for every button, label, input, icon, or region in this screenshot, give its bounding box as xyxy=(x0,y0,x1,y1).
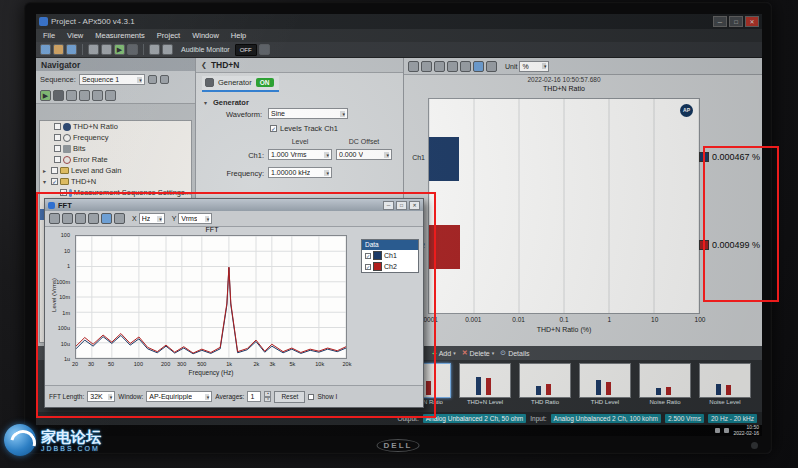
cursors-icon[interactable] xyxy=(434,61,445,72)
show-checkbox[interactable] xyxy=(308,394,314,400)
fft-window[interactable]: FFT ─ □ ✕ X Hz▾ Y Vrm xyxy=(44,198,424,408)
fft-length-select[interactable]: 32K▾ xyxy=(87,391,115,402)
legend-row-ch1[interactable]: ✓ Ch1 xyxy=(362,250,418,261)
tree-item[interactable]: ✓ Measurement Sequence Settings... xyxy=(40,187,191,198)
checkbox[interactable] xyxy=(54,123,61,130)
stop-icon[interactable] xyxy=(127,44,138,55)
ch2-visible-checkbox[interactable]: ✓ xyxy=(365,264,371,270)
details-button[interactable]: ⊙ Details xyxy=(500,349,529,357)
grid-icon[interactable] xyxy=(421,61,432,72)
menu-project[interactable]: Project xyxy=(157,31,180,40)
window-function-select[interactable]: AP-Equiripple▾ xyxy=(146,391,212,402)
dc-offset-select[interactable]: 0.000 V▾ xyxy=(336,149,392,160)
graph-settings-icon[interactable] xyxy=(486,61,497,72)
loop-icon[interactable] xyxy=(66,90,77,101)
speaker-icon[interactable] xyxy=(259,44,270,55)
tree-item-label[interactable]: THD+N xyxy=(71,177,96,186)
checkbox[interactable]: ✓ xyxy=(60,189,67,196)
sequence-settings-icon[interactable] xyxy=(148,75,157,84)
levels-track-checkbox[interactable]: ✓ xyxy=(270,125,277,132)
thumb-noise-level[interactable]: Noise Level xyxy=(696,362,754,410)
levels-track-row[interactable]: ✓ Levels Track Ch1 xyxy=(270,124,338,133)
thdn-bar-chart[interactable]: AP xyxy=(428,98,700,314)
output-config-badge[interactable]: Analog Unbalanced 2 Ch, 50 ohm xyxy=(423,414,527,423)
menu-help[interactable]: Help xyxy=(231,31,246,40)
bandwidth-badge[interactable]: 20 Hz - 20 kHz xyxy=(708,414,757,423)
copy-icon[interactable] xyxy=(88,44,99,55)
tree-item[interactable]: THD+N Ratio xyxy=(40,121,191,132)
menu-view[interactable]: View xyxy=(67,31,83,40)
tray-icon[interactable] xyxy=(715,428,720,433)
y-unit-select[interactable]: Vrms▾ xyxy=(178,213,212,224)
stop-icon[interactable] xyxy=(53,90,64,101)
collapse-all-icon[interactable] xyxy=(105,90,116,101)
tree-item-label[interactable]: Frequency xyxy=(73,133,108,142)
tree-item-label[interactable]: Bits xyxy=(73,144,86,153)
fft-minimize-button[interactable]: ─ xyxy=(383,201,394,210)
tree-item-label[interactable]: Level and Gain xyxy=(71,166,121,175)
taskbar-clock[interactable]: 10:50 2022-02-16 xyxy=(733,425,759,436)
checkbox[interactable] xyxy=(54,145,61,152)
export-graph-icon[interactable] xyxy=(473,61,484,72)
thumb-thdn-level[interactable]: THD+N Level xyxy=(456,362,514,410)
reset-button[interactable]: Reset xyxy=(274,391,305,403)
fft-titlebar[interactable]: FFT ─ □ ✕ xyxy=(45,199,423,211)
frequency-select[interactable]: 1.00000 kHz▾ xyxy=(268,167,332,178)
thumb-thd-level[interactable]: THD Level xyxy=(576,362,634,410)
save-icon[interactable] xyxy=(66,44,77,55)
axes-icon[interactable] xyxy=(101,213,112,224)
run-sequence-icon[interactable]: ▶ xyxy=(114,44,125,55)
sequence-select[interactable]: Sequence 1▾ xyxy=(79,74,145,85)
meter-icon[interactable] xyxy=(162,44,173,55)
cursors-icon[interactable] xyxy=(75,213,86,224)
checkbox[interactable] xyxy=(54,134,61,141)
fft-plot[interactable] xyxy=(75,235,347,359)
copy-icon[interactable] xyxy=(49,213,60,224)
close-button[interactable]: ✕ xyxy=(745,16,759,27)
thumb-noise-ratio[interactable]: Noise Ratio xyxy=(636,362,694,410)
tree-item-label[interactable]: Error Rate xyxy=(73,155,108,164)
collapse-arrow-icon[interactable]: ▾ xyxy=(43,178,49,185)
generator-on-badge[interactable]: ON xyxy=(256,78,274,87)
x-unit-select[interactable]: Hz▾ xyxy=(139,213,165,224)
expand-all-icon[interactable] xyxy=(92,90,103,101)
play-icon[interactable]: ▶ xyxy=(40,90,51,101)
averages-stepper[interactable]: ▴▾ xyxy=(264,391,271,402)
new-project-icon[interactable] xyxy=(40,44,51,55)
fft-close-button[interactable]: ✕ xyxy=(409,201,420,210)
waveform-select[interactable]: Sine▾ xyxy=(268,108,348,119)
tree-item-label[interactable]: Measurement Sequence Settings... xyxy=(74,188,191,197)
pan-icon[interactable] xyxy=(460,61,471,72)
menu-file[interactable]: File xyxy=(43,31,55,40)
max-level-badge[interactable]: 2.500 Vrms xyxy=(665,414,704,423)
tray-icon[interactable] xyxy=(724,428,729,433)
section-collapse-icon[interactable]: ▾ xyxy=(204,99,210,106)
open-project-icon[interactable] xyxy=(53,44,64,55)
fft-maximize-button[interactable]: □ xyxy=(396,201,407,210)
graph-icon[interactable] xyxy=(149,44,160,55)
generator-toggle[interactable]: Generator ON xyxy=(202,76,279,92)
copy-graph-icon[interactable] xyxy=(408,61,419,72)
tree-item[interactable]: Bits xyxy=(40,143,191,154)
input-config-badge[interactable]: Analog Unbalanced 2 Ch, 100 kohm xyxy=(551,414,661,423)
menu-window[interactable]: Window xyxy=(192,31,219,40)
paste-icon[interactable] xyxy=(101,44,112,55)
export-icon[interactable] xyxy=(114,213,125,224)
unit-select[interactable]: %▾ xyxy=(519,61,549,72)
delete-button[interactable]: ✕ Delete ▾ xyxy=(462,349,495,357)
tree-item[interactable]: ▾ ✓ THD+N xyxy=(40,176,191,187)
legend-row-ch2[interactable]: ✓ Ch2 xyxy=(362,261,418,272)
zoom-icon[interactable] xyxy=(447,61,458,72)
tree-item-label[interactable]: THD+N Ratio xyxy=(73,122,118,131)
tree-item[interactable]: Error Rate xyxy=(40,154,191,165)
tree-item[interactable]: ▸ Level and Gain xyxy=(40,165,191,176)
expand-arrow-icon[interactable]: ▸ xyxy=(43,167,49,174)
zoom-icon[interactable] xyxy=(88,213,99,224)
maximize-button[interactable]: □ xyxy=(729,16,743,27)
ch1-visible-checkbox[interactable]: ✓ xyxy=(365,253,371,259)
checkbox[interactable] xyxy=(51,167,58,174)
checkbox[interactable] xyxy=(54,156,61,163)
sequence-close-icon[interactable] xyxy=(160,75,169,84)
averages-input[interactable]: 1 xyxy=(247,391,261,402)
thumb-thd-ratio[interactable]: THD Ratio xyxy=(516,362,574,410)
